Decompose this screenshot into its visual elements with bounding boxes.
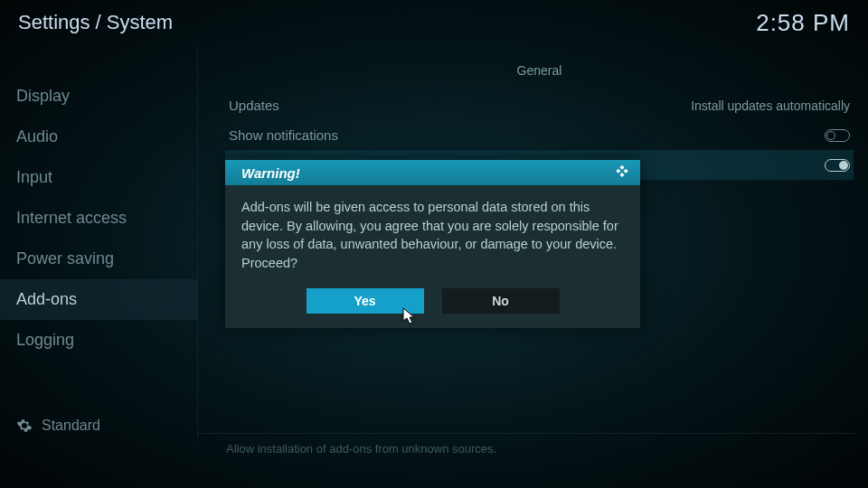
clock: 2:58 PM xyxy=(756,9,850,37)
header-bar: Settings / System 2:58 PM xyxy=(0,0,868,45)
divider xyxy=(197,433,855,434)
setting-label: Updates xyxy=(229,98,279,113)
sidebar-item-input[interactable]: Input xyxy=(0,157,197,198)
sidebar-item-label: Logging xyxy=(16,331,74,349)
breadcrumb: Settings / System xyxy=(18,11,173,34)
sidebar-item-label: Audio xyxy=(16,127,58,145)
setting-hint: Allow installation of add-ons from unkno… xyxy=(226,442,496,455)
yes-button[interactable]: Yes xyxy=(307,288,424,314)
setting-row-updates[interactable]: Updates Install updates automatically xyxy=(225,90,854,120)
setting-label: Show notifications xyxy=(229,127,338,143)
sidebar-item-label: Internet access xyxy=(16,209,127,227)
no-button[interactable]: No xyxy=(442,288,560,314)
setting-value: Install updates automatically xyxy=(691,99,850,113)
dialog-body: Add-ons will be given access to personal… xyxy=(225,185,640,288)
dialog-header: Warning! xyxy=(225,160,640,185)
section-title: General xyxy=(225,63,854,78)
sidebar-item-add-ons[interactable]: Add-ons xyxy=(0,279,197,320)
sidebar-item-display[interactable]: Display xyxy=(0,76,197,117)
sidebar-item-label: Power saving xyxy=(16,249,114,267)
warning-dialog: Warning! Add-ons will be given access to… xyxy=(225,160,640,328)
settings-level[interactable]: Standard xyxy=(16,418,100,434)
setting-row-show-notifications[interactable]: Show notifications xyxy=(225,120,854,150)
button-label: Yes xyxy=(354,294,375,308)
sidebar-item-label: Display xyxy=(16,87,70,105)
kodi-logo-icon xyxy=(613,164,631,182)
settings-level-label: Standard xyxy=(42,418,100,434)
sidebar-item-internet-access[interactable]: Internet access xyxy=(0,198,197,239)
dialog-title: Warning! xyxy=(241,165,300,181)
gear-icon xyxy=(16,418,33,434)
toggle-off-icon[interactable] xyxy=(825,129,850,142)
sidebar-item-label: Input xyxy=(16,168,52,186)
dialog-buttons: Yes No xyxy=(225,288,640,328)
sidebar-item-audio[interactable]: Audio xyxy=(0,117,197,157)
sidebar: Display Audio Input Internet access Powe… xyxy=(0,45,197,443)
toggle-on-icon[interactable] xyxy=(825,159,850,172)
button-label: No xyxy=(492,294,509,308)
sidebar-item-logging[interactable]: Logging xyxy=(0,320,197,361)
sidebar-item-power-saving[interactable]: Power saving xyxy=(0,239,197,279)
sidebar-item-label: Add-ons xyxy=(16,290,77,308)
